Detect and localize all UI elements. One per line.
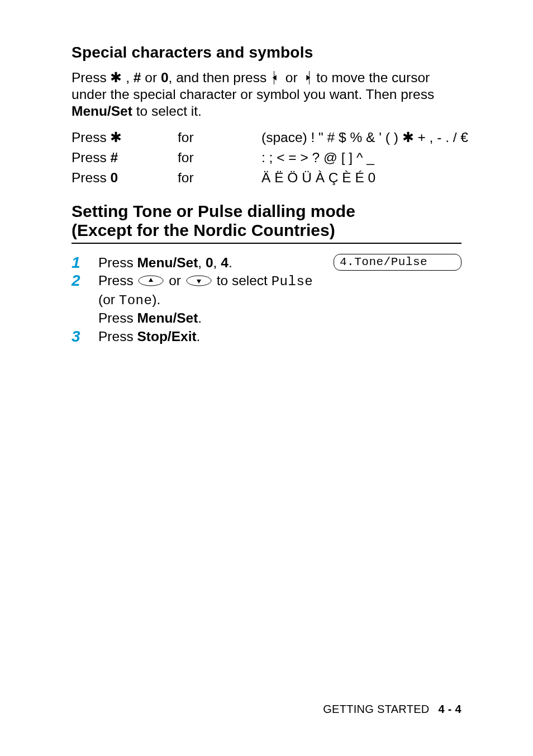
- text: (or: [98, 292, 119, 307]
- step-body: Press or to select Pulse (or Tone). Pres…: [98, 272, 461, 328]
- table-cell: for: [178, 169, 261, 187]
- heading-line: Setting Tone or Pulse dialling mode: [72, 202, 355, 220]
- text: .: [198, 310, 202, 325]
- table-cell: : ; < = > ? @ [ ] ^ _: [261, 149, 468, 167]
- menu-set-key: Menu/Set: [137, 255, 198, 270]
- table-cell: for: [178, 129, 261, 147]
- table-cell: Press #: [72, 149, 178, 167]
- text: .: [229, 255, 232, 270]
- page-footer: GETTING STARTED 4 - 4: [323, 703, 461, 716]
- step-2: 2 Press or to select Pulse (or Tone). Pr…: [72, 272, 461, 328]
- nav-down-icon: [186, 275, 212, 286]
- step-body: Press Menu/Set, 0, 4.: [98, 254, 334, 272]
- step-3: 3 Press Stop/Exit.: [72, 328, 461, 346]
- key-4: 4: [221, 255, 229, 270]
- text: Press: [98, 329, 137, 344]
- special-chars-table: Press ✱ for (space) ! " # $ % & ' ( ) ✱ …: [72, 129, 461, 187]
- table-cell: Ä Ë Ö Ü À Ç È É 0: [261, 169, 468, 187]
- lcd-display: 4.Tone/Pulse: [334, 254, 461, 271]
- stop-exit-key: Stop/Exit: [137, 329, 196, 344]
- special-chars-paragraph: Press ✱ , # or 0, and then press or to m…: [72, 69, 461, 120]
- zero-key: 0: [161, 70, 169, 85]
- steps-list: 1 Press Menu/Set, 0, 4. 4.Tone/Pulse 2 P…: [72, 254, 461, 346]
- menu-set-key: Menu/Set: [72, 103, 132, 119]
- text: , and then press: [169, 70, 271, 85]
- table-cell: Press ✱: [72, 129, 178, 147]
- star-key: ✱: [110, 130, 122, 145]
- nav-right-icon: [302, 71, 312, 84]
- text: .: [197, 329, 201, 344]
- step-body: Press Stop/Exit.: [98, 328, 461, 346]
- text: Press: [98, 310, 137, 325]
- hash-key: #: [110, 150, 118, 165]
- heading-line: (Except for the Nordic Countries): [72, 221, 335, 239]
- heading-rule: [72, 243, 461, 244]
- star-key: ✱: [110, 70, 122, 85]
- text: to select it.: [132, 103, 202, 119]
- text: Press: [72, 150, 110, 165]
- zero-key: 0: [110, 170, 118, 185]
- tone-pulse-heading: Setting Tone or Pulse dialling mode (Exc…: [72, 202, 461, 242]
- text: or: [282, 70, 301, 85]
- key-0: 0: [206, 255, 213, 270]
- hash-key: #: [134, 70, 141, 85]
- step-number: 2: [72, 272, 98, 289]
- nav-up-icon: [138, 275, 164, 286]
- page: Special characters and symbols Press ✱ ,…: [0, 0, 533, 756]
- text: Press: [72, 170, 110, 185]
- nav-left-icon: [271, 71, 281, 84]
- text: Press: [72, 130, 110, 145]
- menu-set-key: Menu/Set: [137, 310, 198, 325]
- text: Press: [72, 70, 110, 85]
- option-tone: Tone: [119, 293, 153, 308]
- table-cell: (space) ! " # $ % & ' ( ) ✱ + , - . / €: [261, 129, 468, 147]
- text: Press: [98, 255, 137, 270]
- svg-marker-1: [149, 278, 153, 282]
- footer-section: 4 - 4: [438, 703, 461, 715]
- table-cell: for: [178, 149, 261, 167]
- footer-label: GETTING STARTED: [323, 703, 429, 715]
- text: or: [165, 273, 184, 288]
- option-pulse: Pulse: [272, 274, 313, 289]
- step-number: 1: [72, 254, 98, 271]
- text: to select: [213, 273, 272, 288]
- text: ,: [213, 255, 221, 270]
- svg-marker-3: [197, 280, 201, 284]
- special-chars-heading: Special characters and symbols: [72, 44, 461, 62]
- text: ,: [198, 255, 206, 270]
- step-1: 1 Press Menu/Set, 0, 4. 4.Tone/Pulse: [72, 254, 461, 272]
- text: Press: [98, 273, 137, 288]
- text: or: [141, 70, 161, 85]
- lcd-text: 4.Tone/Pulse: [334, 254, 461, 271]
- step-number: 3: [72, 328, 98, 344]
- table-cell: Press 0: [72, 169, 178, 187]
- text: ,: [122, 70, 133, 85]
- text: ).: [152, 292, 160, 307]
